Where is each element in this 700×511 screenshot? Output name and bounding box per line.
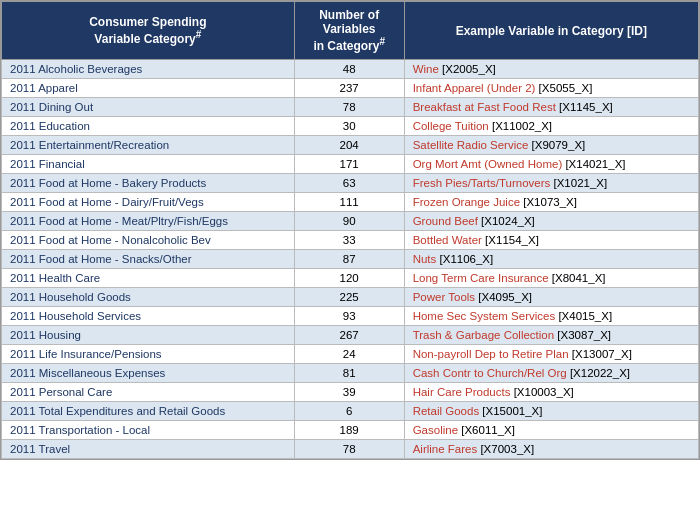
example-id-text: [X15001_X]	[479, 405, 542, 417]
cell-count: 189	[294, 421, 404, 440]
example-colored-text: Satellite Radio Service	[413, 139, 529, 151]
cell-example: Wine [X2005_X]	[404, 60, 698, 79]
consumer-spending-table: Consumer SpendingVariable Category# Numb…	[1, 1, 699, 459]
header-count-footnote: #	[379, 36, 385, 47]
table-row: 2011 Housing267Trash & Garbage Collectio…	[2, 326, 699, 345]
example-colored-text: Infant Apparel (Under 2)	[413, 82, 536, 94]
table-header-row: Consumer SpendingVariable Category# Numb…	[2, 2, 699, 60]
example-id-text: [X4095_X]	[475, 291, 532, 303]
table-row: 2011 Education30College Tuition [X11002_…	[2, 117, 699, 136]
example-id-text: [X2005_X]	[439, 63, 496, 75]
cell-example: Trash & Garbage Collection [X3087_X]	[404, 326, 698, 345]
cell-count: 33	[294, 231, 404, 250]
cell-count: 171	[294, 155, 404, 174]
cell-count: 90	[294, 212, 404, 231]
table-row: 2011 Household Goods225Power Tools [X409…	[2, 288, 699, 307]
example-colored-text: Retail Goods	[413, 405, 479, 417]
example-colored-text: Bottled Water	[413, 234, 482, 246]
table-row: 2011 Travel78Airline Fares [X7003_X]	[2, 440, 699, 459]
example-id-text: [X4015_X]	[555, 310, 612, 322]
cell-example: Airline Fares [X7003_X]	[404, 440, 698, 459]
example-colored-text: Frozen Orange Juice	[413, 196, 520, 208]
example-id-text: [X1073_X]	[520, 196, 577, 208]
cell-example: Hair Care Products [X10003_X]	[404, 383, 698, 402]
table-row: 2011 Apparel237Infant Apparel (Under 2) …	[2, 79, 699, 98]
example-colored-text: Non-payroll Dep to Retire Plan	[413, 348, 569, 360]
cell-count: 24	[294, 345, 404, 364]
example-id-text: [X9079_X]	[528, 139, 585, 151]
cell-category: 2011 Life Insurance/Pensions	[2, 345, 295, 364]
cell-count: 225	[294, 288, 404, 307]
example-colored-text: Breakfast at Fast Food Rest	[413, 101, 556, 113]
cell-example: Non-payroll Dep to Retire Plan [X13007_X…	[404, 345, 698, 364]
example-colored-text: Fresh Pies/Tarts/Turnovers	[413, 177, 551, 189]
example-colored-text: Cash Contr to Church/Rel Org	[413, 367, 567, 379]
cell-example: Ground Beef [X1024_X]	[404, 212, 698, 231]
example-id-text: [X8041_X]	[549, 272, 606, 284]
cell-category: 2011 Household Goods	[2, 288, 295, 307]
cell-category: 2011 Food at Home - Dairy/Fruit/Vegs	[2, 193, 295, 212]
example-colored-text: Ground Beef	[413, 215, 478, 227]
cell-category: 2011 Personal Care	[2, 383, 295, 402]
table-row: 2011 Miscellaneous Expenses81Cash Contr …	[2, 364, 699, 383]
table-row: 2011 Food at Home - Nonalcoholic Bev33Bo…	[2, 231, 699, 250]
cell-example: Bottled Water [X1154_X]	[404, 231, 698, 250]
cell-category: 2011 Entertainment/Recreation	[2, 136, 295, 155]
cell-count: 111	[294, 193, 404, 212]
cell-category: 2011 Miscellaneous Expenses	[2, 364, 295, 383]
example-colored-text: Org Mort Amt (Owned Home)	[413, 158, 563, 170]
cell-category: 2011 Housing	[2, 326, 295, 345]
cell-example: Cash Contr to Church/Rel Org [X12022_X]	[404, 364, 698, 383]
cell-example: Power Tools [X4095_X]	[404, 288, 698, 307]
cell-example: Home Sec System Services [X4015_X]	[404, 307, 698, 326]
table-row: 2011 Household Services93Home Sec System…	[2, 307, 699, 326]
example-id-text: [X13007_X]	[569, 348, 632, 360]
cell-example: Fresh Pies/Tarts/Turnovers [X1021_X]	[404, 174, 698, 193]
cell-count: 267	[294, 326, 404, 345]
example-colored-text: Nuts	[413, 253, 437, 265]
example-id-text: [X3087_X]	[554, 329, 611, 341]
table-row: 2011 Food at Home - Meat/Pltry/Fish/Eggs…	[2, 212, 699, 231]
cell-count: 237	[294, 79, 404, 98]
main-table-wrapper: Consumer SpendingVariable Category# Numb…	[0, 0, 700, 460]
cell-category: 2011 Total Expenditures and Retail Goods	[2, 402, 295, 421]
cell-example: College Tuition [X11002_X]	[404, 117, 698, 136]
table-row: 2011 Entertainment/Recreation204Satellit…	[2, 136, 699, 155]
table-row: 2011 Health Care120Long Term Care Insura…	[2, 269, 699, 288]
example-colored-text: Gasoline	[413, 424, 458, 436]
cell-count: 78	[294, 98, 404, 117]
table-row: 2011 Food at Home - Bakery Products63Fre…	[2, 174, 699, 193]
table-row: 2011 Total Expenditures and Retail Goods…	[2, 402, 699, 421]
cell-category: 2011 Alcoholic Beverages	[2, 60, 295, 79]
example-colored-text: Power Tools	[413, 291, 475, 303]
cell-count: 204	[294, 136, 404, 155]
example-id-text: [X1154_X]	[482, 234, 539, 246]
cell-category: 2011 Food at Home - Nonalcoholic Bev	[2, 231, 295, 250]
cell-category: 2011 Apparel	[2, 79, 295, 98]
table-row: 2011 Personal Care39Hair Care Products […	[2, 383, 699, 402]
table-row: 2011 Dining Out78Breakfast at Fast Food …	[2, 98, 699, 117]
cell-category: 2011 Education	[2, 117, 295, 136]
cell-count: 48	[294, 60, 404, 79]
example-id-text: [X14021_X]	[562, 158, 625, 170]
cell-example: Satellite Radio Service [X9079_X]	[404, 136, 698, 155]
example-id-text: [X1106_X]	[436, 253, 493, 265]
example-colored-text: Airline Fares	[413, 443, 478, 455]
cell-count: 120	[294, 269, 404, 288]
cell-example: Breakfast at Fast Food Rest [X1145_X]	[404, 98, 698, 117]
table-row: 2011 Financial171Org Mort Amt (Owned Hom…	[2, 155, 699, 174]
cell-example: Retail Goods [X15001_X]	[404, 402, 698, 421]
example-colored-text: College Tuition	[413, 120, 489, 132]
cell-category: 2011 Food at Home - Bakery Products	[2, 174, 295, 193]
cell-category: 2011 Health Care	[2, 269, 295, 288]
header-category: Consumer SpendingVariable Category#	[2, 2, 295, 60]
cell-count: 30	[294, 117, 404, 136]
example-id-text: [X11002_X]	[489, 120, 552, 132]
table-row: 2011 Transportation - Local189Gasoline […	[2, 421, 699, 440]
example-id-text: [X1021_X]	[550, 177, 607, 189]
header-example: Example Variable in Category [ID]	[404, 2, 698, 60]
cell-category: 2011 Dining Out	[2, 98, 295, 117]
example-id-text: [X1024_X]	[478, 215, 535, 227]
example-id-text: [X6011_X]	[458, 424, 515, 436]
cell-category: 2011 Food at Home - Snacks/Other	[2, 250, 295, 269]
